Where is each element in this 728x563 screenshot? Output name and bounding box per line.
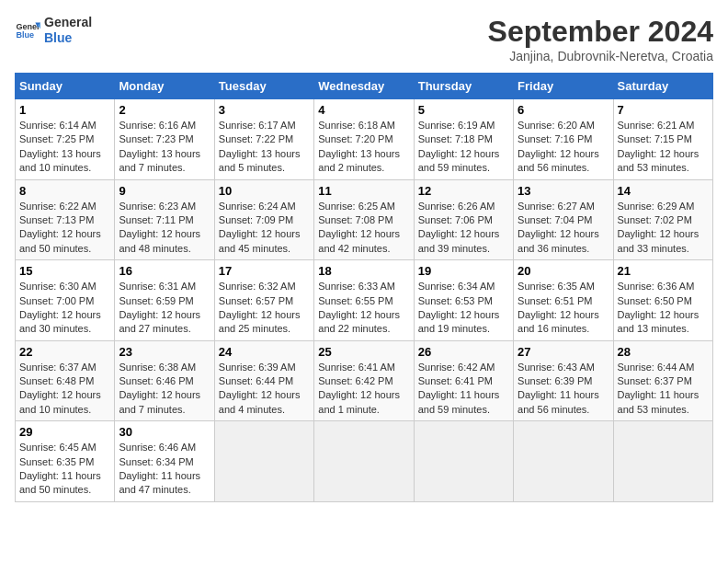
day-number: 21 [618, 264, 709, 278]
day-header-monday: Monday [115, 74, 214, 99]
calendar-cell: 24Sunrise: 6:39 AMSunset: 6:44 PMDayligh… [214, 340, 313, 421]
calendar-cell: 16Sunrise: 6:31 AMSunset: 6:59 PMDayligh… [115, 260, 214, 341]
cell-details: Sunrise: 6:46 AMSunset: 6:34 PMDaylight:… [119, 442, 200, 495]
cell-details: Sunrise: 6:42 AMSunset: 6:41 PMDaylight:… [418, 362, 500, 415]
calendar-cell: 7Sunrise: 6:21 AMSunset: 7:15 PMDaylight… [613, 99, 712, 180]
calendar-header: SundayMondayTuesdayWednesdayThursdayFrid… [16, 74, 713, 99]
calendar-cell: 9Sunrise: 6:23 AMSunset: 7:11 PMDaylight… [115, 179, 214, 260]
cell-details: Sunrise: 6:41 AMSunset: 6:42 PMDaylight:… [318, 362, 400, 415]
calendar-cell: 29Sunrise: 6:45 AMSunset: 6:35 PMDayligh… [16, 421, 115, 502]
calendar-cell: 1Sunrise: 6:14 AMSunset: 7:25 PMDaylight… [16, 99, 115, 180]
calendar-cell: 18Sunrise: 6:33 AMSunset: 6:55 PMDayligh… [314, 260, 414, 341]
logo-icon: General Blue [15, 17, 40, 43]
day-number: 22 [19, 345, 110, 359]
cell-details: Sunrise: 6:32 AMSunset: 6:57 PMDaylight:… [219, 281, 301, 334]
day-number: 2 [119, 103, 210, 117]
cell-details: Sunrise: 6:43 AMSunset: 6:39 PMDaylight:… [518, 362, 599, 415]
day-number: 13 [518, 184, 609, 198]
calendar-cell: 3Sunrise: 6:17 AMSunset: 7:22 PMDaylight… [214, 99, 313, 180]
title-area: September 2024 Janjina, Dubrovnik-Neretv… [488, 15, 713, 63]
calendar-cell: 2Sunrise: 6:16 AMSunset: 7:23 PMDaylight… [115, 99, 214, 180]
day-number: 28 [618, 345, 709, 359]
week-row-2: 8Sunrise: 6:22 AMSunset: 7:13 PMDaylight… [16, 179, 713, 260]
cell-details: Sunrise: 6:38 AMSunset: 6:46 PMDaylight:… [119, 362, 200, 415]
calendar-cell: 25Sunrise: 6:41 AMSunset: 6:42 PMDayligh… [314, 340, 414, 421]
calendar-cell: 12Sunrise: 6:26 AMSunset: 7:06 PMDayligh… [414, 179, 513, 260]
calendar-cell [314, 421, 414, 502]
day-number: 8 [19, 184, 110, 198]
calendar-table: SundayMondayTuesdayWednesdayThursdayFrid… [15, 73, 713, 502]
day-number: 18 [318, 264, 409, 278]
cell-details: Sunrise: 6:25 AMSunset: 7:08 PMDaylight:… [318, 201, 400, 254]
logo-wordmark: General Blue [44, 15, 92, 46]
calendar-cell: 11Sunrise: 6:25 AMSunset: 7:08 PMDayligh… [314, 179, 414, 260]
month-title: September 2024 [488, 15, 713, 49]
cell-details: Sunrise: 6:21 AMSunset: 7:15 PMDaylight:… [618, 120, 700, 173]
calendar-cell: 6Sunrise: 6:20 AMSunset: 7:16 PMDaylight… [514, 99, 613, 180]
cell-details: Sunrise: 6:26 AMSunset: 7:06 PMDaylight:… [418, 201, 500, 254]
day-header-thursday: Thursday [414, 74, 513, 99]
cell-details: Sunrise: 6:19 AMSunset: 7:18 PMDaylight:… [418, 120, 500, 173]
logo-line2: Blue [44, 30, 92, 46]
cell-details: Sunrise: 6:23 AMSunset: 7:11 PMDaylight:… [119, 201, 200, 254]
location-title: Janjina, Dubrovnik-Neretva, Croatia [488, 49, 713, 63]
calendar-cell: 28Sunrise: 6:44 AMSunset: 6:37 PMDayligh… [613, 340, 712, 421]
day-number: 19 [418, 264, 509, 278]
day-header-wednesday: Wednesday [314, 74, 414, 99]
day-number: 11 [318, 184, 409, 198]
day-number: 12 [418, 184, 509, 198]
calendar-cell [214, 421, 313, 502]
calendar-cell: 19Sunrise: 6:34 AMSunset: 6:53 PMDayligh… [414, 260, 513, 341]
cell-details: Sunrise: 6:18 AMSunset: 7:20 PMDaylight:… [318, 120, 400, 173]
logo: General Blue General Blue [15, 15, 92, 46]
day-number: 10 [219, 184, 310, 198]
calendar-cell: 27Sunrise: 6:43 AMSunset: 6:39 PMDayligh… [514, 340, 613, 421]
calendar-cell: 17Sunrise: 6:32 AMSunset: 6:57 PMDayligh… [214, 260, 313, 341]
calendar-cell: 21Sunrise: 6:36 AMSunset: 6:50 PMDayligh… [613, 260, 712, 341]
cell-details: Sunrise: 6:16 AMSunset: 7:23 PMDaylight:… [119, 120, 200, 173]
logo-line1: General [44, 15, 92, 30]
day-number: 27 [518, 345, 609, 359]
day-number: 9 [119, 184, 210, 198]
cell-details: Sunrise: 6:14 AMSunset: 7:25 PMDaylight:… [19, 120, 101, 173]
cell-details: Sunrise: 6:30 AMSunset: 7:00 PMDaylight:… [19, 281, 101, 334]
day-number: 14 [618, 184, 709, 198]
cell-details: Sunrise: 6:35 AMSunset: 6:51 PMDaylight:… [518, 281, 599, 334]
cell-details: Sunrise: 6:37 AMSunset: 6:48 PMDaylight:… [19, 362, 101, 415]
day-number: 25 [318, 345, 409, 359]
cell-details: Sunrise: 6:39 AMSunset: 6:44 PMDaylight:… [219, 362, 301, 415]
day-number: 26 [418, 345, 509, 359]
calendar-cell: 13Sunrise: 6:27 AMSunset: 7:04 PMDayligh… [514, 179, 613, 260]
calendar-cell: 14Sunrise: 6:29 AMSunset: 7:02 PMDayligh… [613, 179, 712, 260]
calendar-cell: 20Sunrise: 6:35 AMSunset: 6:51 PMDayligh… [514, 260, 613, 341]
day-number: 30 [119, 425, 210, 439]
day-header-tuesday: Tuesday [214, 74, 313, 99]
calendar-cell: 10Sunrise: 6:24 AMSunset: 7:09 PMDayligh… [214, 179, 313, 260]
svg-text:Blue: Blue [16, 30, 34, 40]
days-header-row: SundayMondayTuesdayWednesdayThursdayFrid… [16, 74, 713, 99]
day-number: 3 [219, 103, 310, 117]
cell-details: Sunrise: 6:24 AMSunset: 7:09 PMDaylight:… [219, 201, 301, 254]
calendar-cell [414, 421, 513, 502]
calendar-body: 1Sunrise: 6:14 AMSunset: 7:25 PMDaylight… [16, 99, 713, 502]
day-number: 7 [618, 103, 709, 117]
calendar-cell: 8Sunrise: 6:22 AMSunset: 7:13 PMDaylight… [16, 179, 115, 260]
cell-details: Sunrise: 6:44 AMSunset: 6:37 PMDaylight:… [618, 362, 700, 415]
header: General Blue General Blue September 2024… [15, 15, 713, 63]
day-number: 6 [518, 103, 609, 117]
calendar-cell [514, 421, 613, 502]
cell-details: Sunrise: 6:22 AMSunset: 7:13 PMDaylight:… [19, 201, 101, 254]
day-number: 16 [119, 264, 210, 278]
week-row-4: 22Sunrise: 6:37 AMSunset: 6:48 PMDayligh… [16, 340, 713, 421]
week-row-1: 1Sunrise: 6:14 AMSunset: 7:25 PMDaylight… [16, 99, 713, 180]
calendar-cell: 4Sunrise: 6:18 AMSunset: 7:20 PMDaylight… [314, 99, 414, 180]
cell-details: Sunrise: 6:36 AMSunset: 6:50 PMDaylight:… [618, 281, 700, 334]
day-header-sunday: Sunday [16, 74, 115, 99]
cell-details: Sunrise: 6:34 AMSunset: 6:53 PMDaylight:… [418, 281, 500, 334]
calendar-cell: 5Sunrise: 6:19 AMSunset: 7:18 PMDaylight… [414, 99, 513, 180]
cell-details: Sunrise: 6:20 AMSunset: 7:16 PMDaylight:… [518, 120, 599, 173]
day-number: 17 [219, 264, 310, 278]
week-row-5: 29Sunrise: 6:45 AMSunset: 6:35 PMDayligh… [16, 421, 713, 502]
day-number: 15 [19, 264, 110, 278]
calendar-cell: 30Sunrise: 6:46 AMSunset: 6:34 PMDayligh… [115, 421, 214, 502]
